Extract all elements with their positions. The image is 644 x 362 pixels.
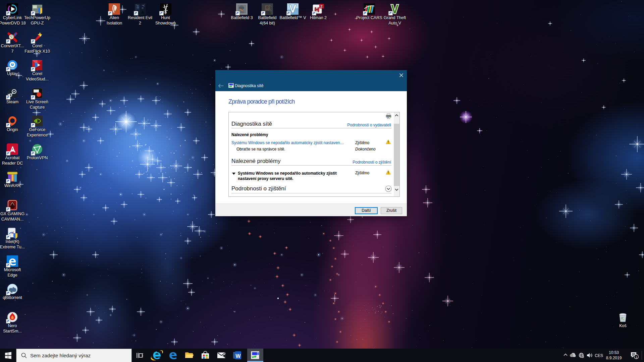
svg-text:2: 2 [320,4,322,8]
svg-text:1: 1 [636,356,637,359]
svg-text:W: W [235,353,241,359]
